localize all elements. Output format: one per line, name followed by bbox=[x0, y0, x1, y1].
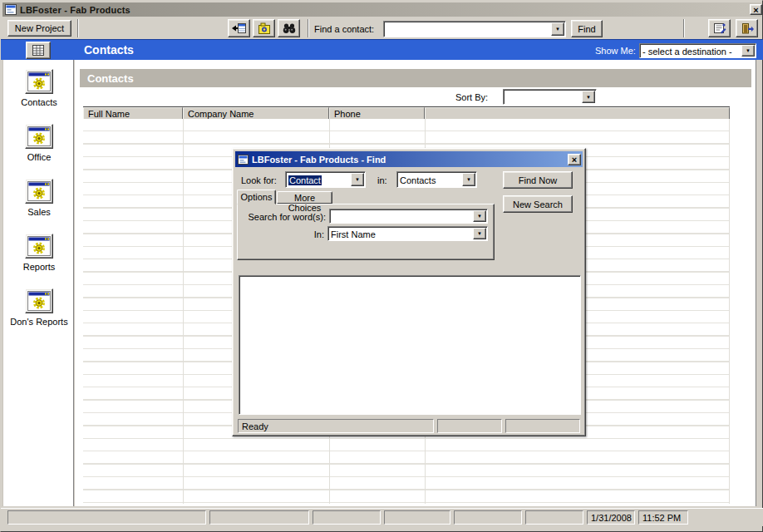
chevron-down-icon[interactable]: ▼ bbox=[582, 91, 595, 103]
window-gear-icon bbox=[25, 179, 53, 204]
column-header-full-name[interactable]: Full Name bbox=[83, 107, 183, 120]
show-me-label: Show Me: bbox=[595, 46, 636, 56]
find-contact-combobox[interactable]: ▼ bbox=[383, 21, 566, 37]
section-title-bar: Contacts bbox=[80, 69, 751, 87]
window-gear-icon bbox=[25, 124, 53, 149]
look-for-combobox[interactable]: Contact ▼ bbox=[285, 171, 366, 188]
status-panel bbox=[525, 510, 583, 525]
dialog-icon bbox=[238, 155, 249, 165]
new-search-label: New Search bbox=[513, 200, 563, 209]
sidebar-item-reports[interactable]: Reports bbox=[3, 234, 75, 272]
toolbar-separator bbox=[77, 19, 79, 37]
section-title: Contacts bbox=[87, 72, 134, 85]
sort-by-combobox[interactable]: ▼ bbox=[503, 89, 597, 105]
chevron-down-icon[interactable]: ▼ bbox=[473, 228, 486, 239]
properties-icon bbox=[713, 22, 726, 34]
find-dialog: LBFoster - Fab Products - Find × Look fo… bbox=[232, 148, 586, 436]
goto-record-button[interactable] bbox=[228, 19, 250, 37]
results-list[interactable] bbox=[239, 275, 581, 415]
in-value: Contacts bbox=[397, 175, 461, 185]
destination-value: - select a destination - bbox=[640, 46, 741, 57]
status-panel bbox=[454, 510, 522, 525]
section-header-bar: Contacts Show Me: - select a destination… bbox=[1, 39, 763, 60]
new-project-button[interactable]: New Project bbox=[7, 20, 71, 37]
search-words-value bbox=[330, 216, 472, 217]
new-search-button[interactable]: New Search bbox=[503, 195, 573, 213]
column-header-company-name[interactable]: Company Name bbox=[183, 107, 329, 120]
search-words-combobox[interactable]: ▼ bbox=[329, 209, 488, 224]
window-titlebar: LBFoster - Fab Products bbox=[2, 2, 761, 17]
window-gear-icon bbox=[25, 288, 53, 313]
window-close-button[interactable]: × bbox=[750, 4, 762, 15]
toolbar-separator bbox=[308, 19, 309, 37]
sidebar-item-label: Reports bbox=[3, 262, 75, 272]
options-tab-panel: Search for word(s): ▼ In: First Name ▼ bbox=[237, 204, 495, 260]
look-for-label: Look for: bbox=[241, 175, 277, 185]
window-title: LBFoster - Fab Products bbox=[20, 5, 130, 15]
sidebar-item-label: Don's Reports bbox=[3, 317, 75, 327]
close-icon: × bbox=[572, 155, 577, 164]
in-combobox[interactable]: Contacts ▼ bbox=[396, 171, 477, 188]
status-panel bbox=[384, 510, 450, 525]
toolbar: New Project Find a contact: ▼ Find bbox=[1, 17, 763, 39]
sidebar-item-office[interactable]: Office bbox=[3, 124, 75, 162]
view-switch-button[interactable] bbox=[26, 42, 51, 59]
new-project-label: New Project bbox=[15, 23, 64, 33]
dialog-titlebar[interactable]: LBFoster - Fab Products - Find × bbox=[235, 151, 583, 167]
sidebar-item-sales[interactable]: Sales bbox=[3, 179, 75, 217]
column-divider bbox=[183, 119, 184, 504]
goto-record-icon bbox=[232, 22, 246, 34]
search-in-label: In: bbox=[248, 229, 324, 239]
find-toolbar-button[interactable] bbox=[278, 19, 300, 37]
properties-button[interactable] bbox=[708, 19, 731, 37]
chevron-down-icon[interactable]: ▼ bbox=[473, 210, 486, 222]
tab-more-choices[interactable]: More Choices bbox=[277, 191, 332, 204]
close-icon: × bbox=[753, 6, 758, 14]
find-now-button[interactable]: Find Now bbox=[503, 171, 573, 189]
chevron-down-icon[interactable]: ▼ bbox=[551, 22, 564, 36]
sidebar-item-label: Contacts bbox=[3, 97, 75, 107]
sort-by-value bbox=[504, 96, 581, 97]
status-panel bbox=[313, 510, 381, 525]
chevron-down-icon[interactable]: ▼ bbox=[351, 173, 364, 186]
toolbar-separator bbox=[683, 19, 685, 37]
window-gear-icon bbox=[25, 69, 53, 94]
chevron-down-icon[interactable]: ▼ bbox=[462, 173, 475, 186]
find-button[interactable]: Find bbox=[571, 20, 603, 37]
exit-door-icon bbox=[741, 22, 754, 34]
sidebar-item-dons-reports[interactable]: Don's Reports bbox=[3, 288, 75, 327]
status-date: 1/31/2008 bbox=[587, 510, 635, 525]
find-contact-value bbox=[384, 29, 550, 30]
app-icon bbox=[5, 4, 17, 15]
sidebar-item-label: Office bbox=[3, 152, 75, 162]
sidebar-item-contacts[interactable]: Contacts bbox=[3, 69, 75, 107]
camera-icon bbox=[258, 22, 271, 34]
column-header-phone[interactable]: Phone bbox=[329, 107, 425, 120]
window-gear-icon bbox=[25, 234, 53, 259]
look-for-value: Contact bbox=[288, 175, 322, 185]
sidebar: Contacts Office Sales Reports bbox=[2, 60, 74, 506]
search-words-label: Search for word(s): bbox=[248, 212, 326, 222]
find-contact-label: Find a contact: bbox=[314, 24, 374, 34]
find-button-label: Find bbox=[578, 24, 595, 34]
status-panel bbox=[209, 510, 309, 525]
statusbar: 1/31/2008 11:52 PM bbox=[1, 508, 763, 526]
page-title: Contacts bbox=[84, 43, 134, 57]
status-panel bbox=[7, 510, 206, 525]
tab-options[interactable]: Options bbox=[237, 190, 276, 204]
dialog-status-panel bbox=[505, 419, 580, 433]
column-header-blank[interactable] bbox=[425, 107, 730, 120]
in-label: in: bbox=[377, 175, 387, 185]
dialog-statusbar: Ready bbox=[233, 417, 585, 435]
grid-view-icon bbox=[32, 45, 44, 56]
destination-combobox[interactable]: - select a destination - ▼ bbox=[639, 43, 756, 58]
sidebar-item-label: Sales bbox=[3, 207, 75, 217]
search-in-combobox[interactable]: First Name ▼ bbox=[327, 226, 488, 241]
dialog-close-button[interactable]: × bbox=[568, 154, 581, 165]
camera-button[interactable] bbox=[253, 19, 275, 37]
exit-button[interactable] bbox=[736, 19, 758, 37]
sort-by-label: Sort By: bbox=[455, 92, 488, 102]
dialog-status-panel bbox=[437, 419, 502, 433]
application-window: LBFoster - Fab Products × New Project Fi… bbox=[0, 0, 763, 532]
chevron-down-icon[interactable]: ▼ bbox=[741, 45, 755, 57]
